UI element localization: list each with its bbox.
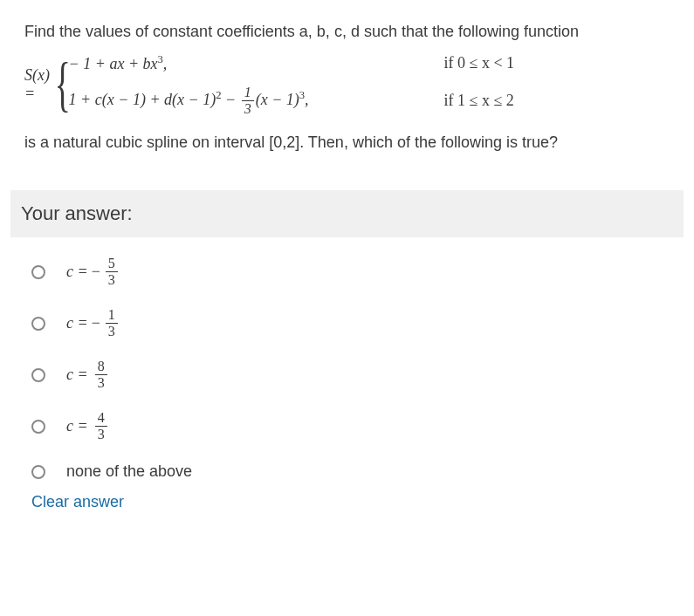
piece1-expr: − 1 + ax + bx3, [69,53,168,73]
formula-piecewise: S(x) = { − 1 + ax + bx3, if 0 ≤ x < 1 1 … [24,53,670,116]
your-answer-header: Your answer: [10,190,684,237]
clear-answer-link[interactable]: Clear answer [24,493,124,511]
piece1-cond: if 0 ≤ x < 1 [444,54,515,72]
option-1[interactable]: c = − 53 [24,257,670,287]
radio-icon[interactable] [31,317,45,331]
radio-icon[interactable] [31,465,45,479]
sx-label: S(x) = [24,66,50,103]
option-3-label: c = 83 [66,359,109,390]
option-3[interactable]: c = 83 [24,359,670,390]
piece-row-2: 1 + c(x − 1) + d(x − 1)2 − 13(x − 1)3, i… [69,86,680,116]
radio-icon[interactable] [31,420,45,434]
radio-icon[interactable] [31,265,45,279]
option-none[interactable]: none of the above [24,462,670,481]
option-2[interactable]: c = − 13 [24,308,670,339]
radio-icon[interactable] [31,368,45,382]
option-none-label: none of the above [66,462,192,481]
question-line-1: Find the values of constant coefficients… [24,21,670,43]
piece-row-1: − 1 + ax + bx3, if 0 ≤ x < 1 [69,53,680,73]
question-line-2: is a natural cubic spline on interval [0… [24,132,670,154]
option-4[interactable]: c = 43 [24,411,670,441]
option-1-label: c = − 53 [66,257,120,287]
option-2-label: c = − 13 [66,308,120,339]
piece2-expr: 1 + c(x − 1) + d(x − 1)2 − 13(x − 1)3, [69,86,309,116]
option-4-label: c = 43 [66,411,109,441]
piece2-cond: if 1 ≤ x ≤ 2 [444,92,514,110]
